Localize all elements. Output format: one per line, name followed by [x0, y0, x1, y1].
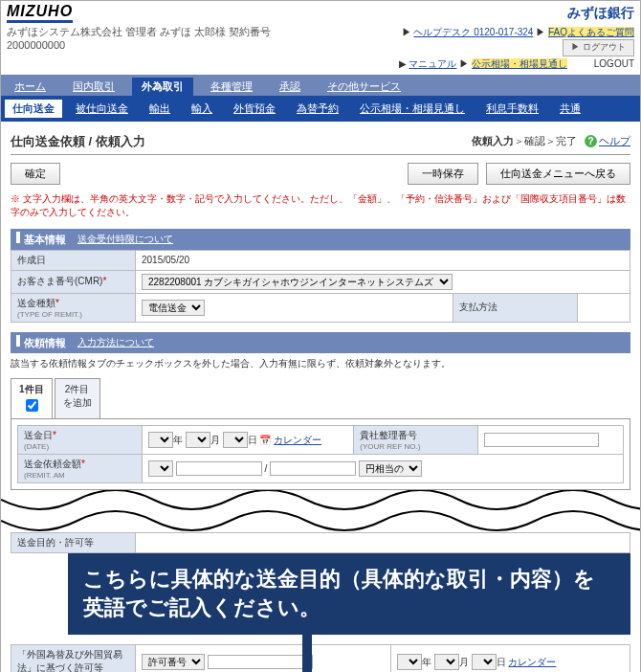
nav2-import[interactable]: 輸入: [184, 100, 220, 118]
permit-select[interactable]: 許可番号: [142, 654, 205, 670]
calendar-link[interactable]: カレンダー: [274, 435, 321, 445]
nav1-domestic[interactable]: 国内取引: [63, 78, 124, 96]
page-title: 仕向送金依頼 / 依頼入力: [11, 133, 145, 150]
callout-text: こちらに具体的な送金目的（具体的な取引・内容）を英語でご記入ください。: [68, 553, 630, 636]
nav2-common[interactable]: 共通: [552, 100, 588, 118]
tear-divider: [1, 490, 640, 532]
pay-lbl: 支払方法: [453, 293, 578, 322]
created-lbl: 作成日: [11, 250, 136, 270]
confirm-button[interactable]: 確定: [11, 163, 60, 185]
nav1-fx[interactable]: 外為取引: [132, 78, 193, 96]
crumb-rest: ＞確認＞完了: [514, 135, 577, 146]
save-button[interactable]: 一時保存: [408, 163, 478, 185]
faq-link[interactable]: FAQよくあるご質問: [548, 27, 634, 37]
help-desk-link[interactable]: ヘルプデスク 0120-017-324: [413, 27, 533, 37]
perm-day[interactable]: [472, 654, 497, 670]
nav2-fcy[interactable]: 外貨預金: [226, 100, 283, 118]
back-button[interactable]: 仕向送金メニューへ戻る: [486, 163, 630, 185]
tab1-checkbox[interactable]: [26, 399, 38, 412]
company-line: みずほシステム株式会社 管理者 みずほ 太郎様 契約番号2000000000: [7, 25, 326, 51]
nav2-rates[interactable]: 公示相場・相場見通し: [352, 100, 473, 118]
tab-2[interactable]: 2件目 を追加: [55, 378, 100, 418]
eq-select[interactable]: 円相当の: [359, 460, 422, 477]
nav2-inward[interactable]: 被仕向送金: [68, 100, 136, 118]
nav-secondary: 仕向送金 被仕向送金 輸出 輸入 外貨預金 為替予約 公示相場・相場見通し 利息…: [1, 96, 640, 122]
perm-year[interactable]: [397, 654, 422, 670]
cust-lbl: お客さま番号(CMR): [17, 276, 102, 286]
bank-name: みずほ銀行: [567, 5, 634, 22]
nav2-export[interactable]: 輸出: [142, 100, 178, 118]
manual-link[interactable]: マニュアル: [409, 58, 456, 69]
year-select[interactable]: [148, 432, 173, 448]
ref-input[interactable]: [484, 433, 599, 447]
req-note: 該当する依頼情報タブのチェックボックスを外した場合、入力有無に限らず、依頼対象外…: [11, 353, 630, 374]
req-link[interactable]: 入力方法について: [77, 336, 154, 349]
tab-1[interactable]: 1件目: [11, 378, 53, 418]
created-val: 2015/05/20: [136, 250, 630, 270]
basic-head: 基本情報 送金受付時限について: [11, 229, 630, 250]
nav1-home[interactable]: ホーム: [5, 78, 55, 96]
type-lbl: 送金種類: [17, 298, 55, 308]
basic-table: 作成日 2015/05/20 お客さま番号(CMR)* 2282208001 カ…: [11, 250, 630, 323]
month-select[interactable]: [186, 432, 210, 448]
mizuho-logo: MIZUHO: [7, 3, 73, 23]
day-select[interactable]: [223, 432, 248, 448]
crumb-current: 依頼入力: [472, 135, 514, 146]
amt2-input[interactable]: [270, 461, 356, 476]
cur-select[interactable]: [148, 460, 173, 477]
nav1-approve[interactable]: 承認: [270, 78, 310, 96]
nav2-fwd[interactable]: 為替予約: [289, 100, 346, 118]
input-note: ※ 文字入力欄は、半角の英大文字・数字・記号で入力してください。ただし、「金額」…: [11, 192, 630, 219]
nav2-outward[interactable]: 仕向送金: [5, 100, 62, 118]
nav2-fees[interactable]: 利息手数料: [478, 100, 546, 118]
type-select[interactable]: 電信送金: [142, 300, 205, 316]
public-notice-link[interactable]: 公示相場・相場見通し: [472, 58, 567, 69]
perm-month[interactable]: [434, 654, 459, 670]
callout: こちらに具体的な送金目的（具体的な取引・内容）を英語でご記入ください。: [68, 553, 630, 636]
basic-link[interactable]: 送金受付時限について: [77, 233, 173, 246]
help-link[interactable]: ヘルプ: [599, 135, 630, 146]
help-icon: ?: [585, 135, 597, 147]
logout-button[interactable]: ▶ ログアウト: [563, 39, 634, 56]
arrow-icon: [269, 635, 336, 672]
nav1-admin[interactable]: 各種管理: [201, 78, 262, 96]
perm-cal[interactable]: カレンダー: [508, 657, 556, 667]
cust-select[interactable]: 2282208001 カブシキガイシャホウジンインターネットシステムズ: [142, 274, 453, 290]
req-head: 依頼情報 入力方法について: [11, 332, 630, 353]
nav-primary: ホーム 国内取引 外為取引 各種管理 承認 その他サービス: [1, 75, 640, 96]
amt-input[interactable]: [176, 461, 262, 476]
nav1-other[interactable]: その他サービス: [318, 78, 410, 96]
